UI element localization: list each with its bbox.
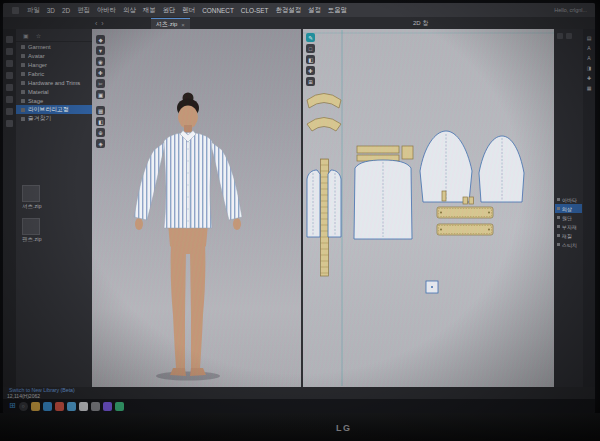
object-label: 의상 [562,206,572,212]
menu-2d[interactable]: 2D [62,7,70,14]
pattern-sleeve-placket-2[interactable] [469,197,474,204]
pattern-box-tool-icon[interactable]: □ [306,44,315,53]
shirt-left-sleeve[interactable] [134,141,166,220]
library-item-hardware-trims[interactable]: Hardware and Trims [16,78,92,87]
scissors-tool-icon[interactable]: ✂ [96,79,105,88]
library-item-stage[interactable]: Stage [16,96,92,105]
library-strip-icon[interactable] [6,72,13,79]
taskbar-app-mail[interactable] [67,402,76,411]
tab-close-icon[interactable]: × [181,22,185,28]
menu-file[interactable]: 파일 [27,6,40,15]
menu-render[interactable]: 렌더 [182,6,195,15]
taskbar-app-clo[interactable] [103,402,112,411]
panel-icon[interactable] [557,33,563,39]
pattern-front-right[interactable] [328,170,341,237]
windows-start-button[interactable]: ⊞ [9,402,16,410]
pattern-yoke-side[interactable] [402,146,413,159]
sleeve-vent [442,191,446,201]
tab-2d-window[interactable]: 2D 창 [407,17,434,29]
library-strip-icon[interactable] [6,48,13,55]
menu-fabric[interactable]: 원단 [163,6,176,15]
taskbar-app-settings[interactable] [91,402,100,411]
pattern-front-placket[interactable] [321,159,329,276]
library-item-avatar[interactable]: Avatar [16,51,92,60]
library-strip-icon[interactable] [6,36,13,43]
library-file-shirt[interactable]: 셔츠.zip [22,185,92,210]
pattern-yoke-1[interactable] [357,146,399,153]
library-file-pants[interactable]: 팬츠.zip [22,218,92,243]
menu-3d[interactable]: 3D [47,7,55,14]
object-row-avatar[interactable]: 아바타 [555,195,582,204]
text-b-icon[interactable]: A [587,55,590,61]
render-tool-icon[interactable]: ◈ [96,139,105,148]
viewport-3d[interactable]: ◆ ▼ ◉ ✚ ✂ ▣ ▦ ◧ ⊕ ◈ [92,29,301,387]
menu-closet[interactable]: CLO-SET [241,7,269,14]
nav-forward-icon[interactable]: › [101,20,103,27]
menu-garment[interactable]: 의상 [123,6,136,15]
menu-edit[interactable]: 편집 [77,6,90,15]
object-row-garment[interactable]: 의상 [555,204,582,213]
menu-settings[interactable]: 설정 [308,6,321,15]
taskbar-app-file-explorer[interactable] [31,402,40,411]
camera-tool-icon[interactable]: ⊕ [96,128,105,137]
grid-icon[interactable]: ▦ [587,85,592,91]
pattern-collar[interactable] [307,118,341,132]
taskbar-app-photos[interactable] [115,402,124,411]
menu-connect[interactable]: CONNECT [202,7,234,14]
library-item-selected[interactable]: 라이브러리고정 [16,105,92,114]
object-icon [557,225,560,228]
library-item-fabric[interactable]: Fabric [16,69,92,78]
light-tool-icon[interactable]: ◧ [96,117,105,126]
object-row-trims[interactable]: 부자재 [555,222,582,231]
avatar-3d[interactable] [126,91,250,383]
search-icon[interactable]: ○ [19,402,28,411]
view-gizmo-icon[interactable]: ◆ [96,35,105,44]
measure-tool-icon[interactable]: ▣ [96,90,105,99]
avatar-tool-icon[interactable]: ◉ [96,57,105,66]
menu-help[interactable]: 도움말 [328,6,347,15]
library-strip-icon[interactable] [6,120,13,127]
library-item-hanger[interactable]: Hanger [16,60,92,69]
layers-icon[interactable]: ◨ [587,65,592,71]
menu-preferences[interactable]: 환경설정 [276,6,302,15]
taskbar-app-store[interactable] [79,402,88,411]
text-a-icon[interactable]: A [587,45,590,51]
panel-icon[interactable] [566,33,572,39]
library-item-garment[interactable]: Garment [16,42,92,51]
library-strip-icon[interactable] [6,84,13,91]
pattern-back[interactable] [354,160,412,239]
add-point-tool-icon[interactable]: ✚ [306,66,315,75]
edit-pattern-tool-icon[interactable]: ◧ [306,55,315,64]
nav-back-icon[interactable]: ‹ [95,20,97,27]
object-row-stitch[interactable]: 스티치 [555,240,582,249]
library-item-label: Hardware and Trims [28,80,80,86]
add-icon[interactable]: ✚ [587,75,591,81]
object-row-material[interactable]: 재질 [555,231,582,240]
pin-tool-icon[interactable]: ✚ [96,68,105,77]
grid-tool-icon[interactable]: ⊞ [306,77,315,86]
pattern-sleeve-right[interactable] [479,136,524,202]
viewport-2d[interactable]: .pc{fill:rgba(234,238,242,.92);stroke:#3… [303,29,554,387]
menu-sewing[interactable]: 재봉 [143,6,156,15]
library-strip-icon[interactable] [6,60,13,67]
pattern-sleeve-placket-1[interactable] [463,197,468,204]
taskbar-app-chrome[interactable] [55,402,64,411]
pattern-collar-band[interactable] [307,94,341,109]
pen-tool-icon[interactable]: ✎ [306,33,315,42]
scene-list-icon[interactable]: ▤ [587,35,592,41]
library-strip-icon[interactable] [6,96,13,103]
texture-tool-icon[interactable]: ▦ [96,106,105,115]
library-strip-icon[interactable] [6,108,13,115]
library-item-favorites[interactable]: 즐겨찾기 [16,114,92,123]
pattern-front-left[interactable] [307,170,320,237]
account-greeting[interactable]: Hello, crlgnl... [554,7,587,13]
menu-avatar[interactable]: 아바타 [97,6,116,15]
favorites-star-icon[interactable]: ☆ [36,32,41,39]
select-tool-icon[interactable]: ▼ [96,46,105,55]
folder-icon [21,63,25,67]
object-row-fabric[interactable]: 원단 [555,213,582,222]
taskbar-app-edge[interactable] [43,402,52,411]
library-item-material[interactable]: Material [16,87,92,96]
shirt-right-sleeve[interactable] [210,141,242,220]
library-folder-icon[interactable]: ▣ [23,32,29,39]
